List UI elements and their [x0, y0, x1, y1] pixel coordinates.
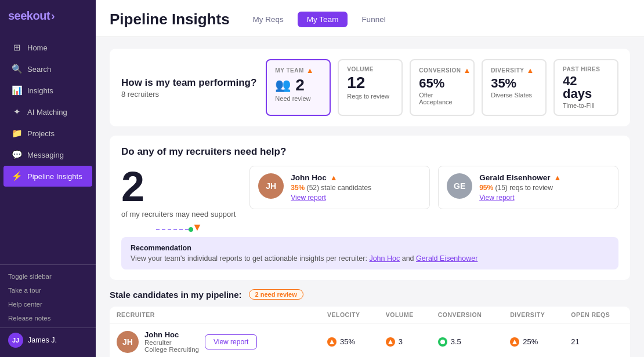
gerald-view-report[interactable]: View report — [479, 194, 610, 202]
team-perf-row: How is my team performing? 8 recruiters … — [121, 59, 618, 116]
sidebar-item-messaging[interactable]: 💬 Messaging — [3, 144, 92, 165]
metric-past-hires: PAST HIRES 42 days Time-to-Fill — [553, 59, 618, 116]
rec-body: View your team's individual reports to g… — [131, 254, 609, 263]
tab-my-reqs[interactable]: My Reqs — [244, 12, 293, 27]
warn-dot — [386, 337, 395, 347]
page-title: Pipeline Insights — [110, 10, 230, 28]
recruiters-alert: JH John Hoc ▲ 35% (52) stale candidates — [249, 166, 618, 209]
help-heading: Do any of my recruiters need help? — [121, 146, 618, 158]
john-avatar: JH — [258, 173, 284, 199]
metric-diversity: DIVERSITY ▲ 35% Diverse Slates — [482, 59, 547, 116]
svg-marker-0 — [330, 340, 334, 344]
john-view-report-btn[interactable]: View report — [205, 334, 257, 349]
metric-value-diversity: 35% — [491, 77, 537, 90]
home-icon: ⊞ — [12, 42, 22, 53]
gerald-stat: 95% (15) reqs to review — [479, 184, 610, 192]
sidebar-item-ai-matching[interactable]: ✦ AI Matching — [3, 101, 92, 122]
metric-sub-my-team: Need review — [275, 95, 321, 102]
gerald-warn-icon: ▲ — [553, 173, 561, 182]
avatar: JJ — [8, 333, 23, 348]
metric-sub-volume: Reqs to review — [347, 93, 393, 100]
take-tour-btn[interactable]: Take a tour — [0, 283, 96, 297]
metric-label-my-team: MY TEAM ▲ — [275, 66, 321, 75]
recruiter-alert-gerald: GE Gerald Eisenhower ▲ 95% (15) reqs to … — [438, 166, 618, 209]
john-table-name: John Hoc — [144, 330, 199, 339]
metric-value-conversion: 65% — [419, 77, 465, 90]
gerald-avatar: GE — [447, 173, 472, 199]
recruiter-alert-john: JH John Hoc ▲ 35% (52) stale candidates — [249, 166, 430, 209]
sidebar-footer: Toggle sidebar Take a tour Help center R… — [0, 264, 96, 357]
sidebar-item-pipeline-insights[interactable]: ⚡ Pipeline Insights — [3, 166, 92, 187]
stale-header: Stale candidates in my pipeline: 2 need … — [110, 289, 630, 300]
gerald-name: Gerald Eisenhower ▲ — [479, 173, 610, 182]
pipeline-icon: ⚡ — [12, 171, 22, 181]
warning-icon-div: ▲ — [526, 66, 534, 75]
team-performance-card: How is my team performing? 8 recruiters … — [110, 49, 630, 126]
metric-label-diversity: DIVERSITY ▲ — [491, 66, 537, 75]
john-table-avatar: JH — [117, 331, 139, 353]
stale-title: Stale candidates in my pipeline: — [110, 290, 242, 300]
svg-marker-1 — [388, 340, 393, 344]
sidebar: seekout› ⊞ Home 🔍 Search 📊 Insights ✦ AI… — [0, 0, 96, 357]
table-header-row: RECRUITER VELOCITY VOLUME CONVERSION DIV… — [110, 307, 630, 323]
stale-table-wrap: RECRUITER VELOCITY VOLUME CONVERSION DIV… — [110, 307, 630, 357]
john-volume-cell: 3 — [379, 323, 431, 358]
col-diversity: DIVERSITY — [503, 307, 564, 323]
page-header: Pipeline Insights My Reqs My Team Funnel — [96, 0, 644, 37]
rec-link-john[interactable]: John Hoc — [369, 254, 400, 263]
stale-badge: 2 need review — [249, 289, 303, 300]
recruiters-help-card: Do any of my recruiters need help? 2 of … — [110, 136, 630, 280]
release-notes-btn[interactable]: Release notes — [0, 311, 96, 325]
arrow-decoration: ▼ — [121, 222, 618, 232]
help-left: 2 of my recruiters may need support — [121, 166, 236, 218]
col-volume: VOLUME — [379, 307, 431, 323]
ai-matching-icon: ✦ — [12, 107, 22, 117]
metric-conversion: CONVERSION ▲ 65% Offer Acceptance — [410, 59, 475, 116]
insights-icon: 📊 — [12, 85, 22, 96]
arrow-down: ▼ — [192, 222, 202, 232]
tab-my-team[interactable]: My Team — [298, 12, 348, 27]
metric-label-conversion: CONVERSION ▲ — [419, 66, 465, 75]
sidebar-item-insights[interactable]: 📊 Insights — [3, 80, 92, 101]
warn-dot — [510, 337, 519, 347]
recommendation-box: Recommendation View your team's individu… — [121, 237, 618, 269]
team-metric-icon: 👥 — [275, 78, 291, 93]
col-conversion: CONVERSION — [431, 307, 504, 323]
metric-sub-diversity: Diverse Slates — [491, 92, 537, 99]
help-count: 2 — [121, 166, 236, 207]
john-table-role: Recruiter — [144, 339, 199, 346]
help-center-btn[interactable]: Help center — [0, 297, 96, 311]
metric-label-volume: VOLUME — [347, 66, 393, 72]
john-view-report[interactable]: View report — [291, 194, 421, 202]
metric-volume: VOLUME 12 Reqs to review — [338, 59, 403, 116]
col-recruiter: RECRUITER — [110, 307, 320, 323]
main-content: Pipeline Insights My Reqs My Team Funnel… — [96, 0, 644, 357]
metric-value-past-hires: 42 days — [563, 75, 609, 100]
help-sub-text: of my recruiters may need support — [121, 210, 236, 218]
sidebar-item-projects[interactable]: 📁 Projects — [3, 123, 92, 144]
metric-label-past-hires: PAST HIRES — [563, 66, 609, 72]
warning-icon: ▲ — [306, 66, 314, 75]
tab-funnel[interactable]: Funnel — [352, 12, 395, 27]
tab-group: My Reqs My Team Funnel — [244, 12, 395, 27]
metric-value-my-team: 2 — [295, 77, 305, 93]
user-profile[interactable]: JJ James J. — [0, 327, 96, 352]
john-velocity-cell: 35% — [320, 323, 379, 358]
sidebar-item-home[interactable]: ⊞ Home — [3, 37, 92, 58]
toggle-sidebar-btn[interactable]: Toggle sidebar — [0, 269, 96, 283]
recruiter-cell-john: JH John Hoc Recruiter College Recruiting… — [110, 323, 320, 358]
sidebar-nav: ⊞ Home 🔍 Search 📊 Insights ✦ AI Matching… — [0, 32, 96, 264]
john-name: John Hoc ▲ — [291, 173, 421, 182]
svg-point-2 — [440, 340, 445, 344]
warning-icon-conv: ▲ — [463, 66, 471, 75]
sidebar-item-search[interactable]: 🔍 Search — [3, 59, 92, 79]
messaging-icon: 💬 — [12, 150, 22, 160]
col-open-reqs: OPEN REQS — [564, 307, 630, 323]
john-warn-icon: ▲ — [330, 173, 338, 182]
john-stat: 35% (52) stale candidates — [291, 184, 421, 192]
stale-table: RECRUITER VELOCITY VOLUME CONVERSION DIV… — [110, 307, 630, 357]
stale-section: Stale candidates in my pipeline: 2 need … — [110, 289, 630, 357]
rec-link-gerald[interactable]: Gerald Eisenhower — [416, 254, 477, 263]
rec-title: Recommendation — [131, 244, 609, 252]
john-conversion-cell: 3.5 — [431, 323, 504, 358]
